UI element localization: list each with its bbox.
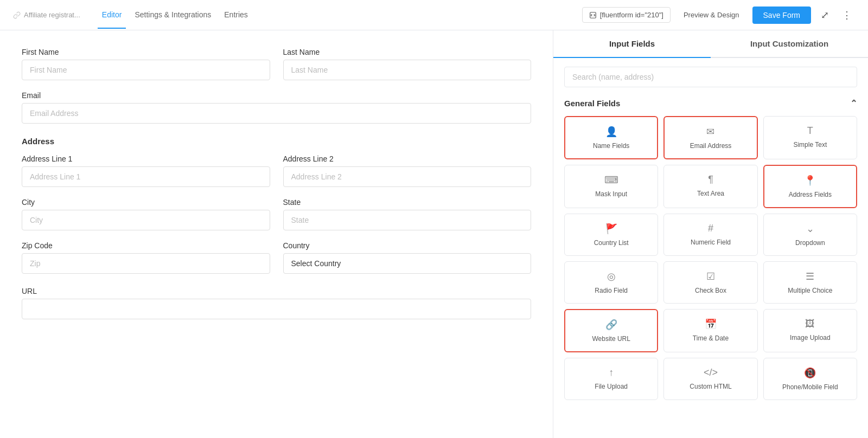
- email-address-label: Email Address: [690, 142, 732, 150]
- fields-grid: 👤Name Fields✉Email AddressTSimple Text⌨M…: [564, 116, 857, 400]
- zip-group: Zip Code: [22, 241, 270, 274]
- tab-settings[interactable]: Settings & Integrations: [130, 2, 215, 29]
- phone-mobile-icon: 📵: [804, 367, 816, 379]
- last-name-group: Last Name: [283, 48, 532, 80]
- tab-editor[interactable]: Editor: [98, 2, 126, 29]
- file-upload-icon: ↑: [609, 367, 614, 378]
- first-name-label: First Name: [22, 48, 270, 56]
- address-line2-input[interactable]: [283, 166, 532, 187]
- field-card-name-fields[interactable]: 👤Name Fields: [564, 116, 658, 159]
- field-card-text-area[interactable]: ¶Text Area: [663, 165, 757, 208]
- field-card-image-upload[interactable]: 🖼Image Upload: [763, 309, 857, 352]
- tab-input-fields[interactable]: Input Fields: [553, 30, 711, 58]
- field-card-file-upload[interactable]: ↑File Upload: [564, 358, 658, 400]
- address-fields-label: Address Fields: [789, 191, 832, 198]
- dropdown-label: Dropdown: [795, 239, 825, 247]
- last-name-label: Last Name: [283, 48, 532, 56]
- file-upload-label: File Upload: [595, 383, 628, 390]
- search-wrap: [564, 67, 857, 87]
- dropdown-icon: ⌄: [806, 223, 814, 235]
- custom-html-label: Custom HTML: [690, 383, 731, 390]
- fullscreen-button[interactable]: ⤢: [818, 6, 832, 24]
- address-line1-group: Address Line 1: [22, 154, 270, 187]
- field-card-multiple-choice[interactable]: ☰Multiple Choice: [763, 261, 857, 304]
- image-upload-icon: 🖼: [805, 318, 815, 330]
- simple-text-label: Simple Text: [793, 141, 827, 149]
- first-name-group: First Name: [22, 48, 270, 80]
- tab-entries[interactable]: Entries: [220, 2, 252, 29]
- search-input[interactable]: [564, 67, 857, 87]
- name-row: First Name Last Name: [22, 48, 531, 80]
- multiple-choice-label: Multiple Choice: [788, 287, 832, 294]
- name-fields-icon: 👤: [605, 126, 617, 138]
- url-label: URL: [22, 287, 531, 295]
- country-input[interactable]: [283, 253, 532, 274]
- mask-input-label: Mask Input: [595, 190, 627, 198]
- nav-tabs: Editor Settings & Integrations Entries: [98, 2, 252, 29]
- field-card-dropdown[interactable]: ⌄Dropdown: [763, 214, 857, 256]
- address-line2-group: Address Line 2: [283, 154, 532, 187]
- city-input[interactable]: [22, 210, 270, 230]
- save-form-button[interactable]: Save Form: [752, 7, 811, 24]
- zip-country-row: Zip Code Country: [22, 241, 531, 274]
- state-label: State: [283, 198, 532, 207]
- preview-design-button[interactable]: Preview & Design: [677, 8, 746, 22]
- name-fields-label: Name Fields: [593, 142, 629, 150]
- last-name-input[interactable]: [283, 60, 532, 80]
- simple-text-icon: T: [807, 125, 813, 137]
- field-card-address-fields[interactable]: 📍Address Fields: [763, 165, 857, 208]
- field-card-website-url[interactable]: 🔗Website URL: [564, 309, 658, 352]
- radio-field-label: Radio Field: [595, 287, 628, 294]
- state-group: State: [283, 198, 532, 230]
- country-list-label: Country List: [594, 239, 629, 247]
- text-area-icon: ¶: [708, 174, 713, 185]
- nav-right: [fluentform id="210"] Preview & Design S…: [582, 6, 855, 24]
- field-card-country-list[interactable]: 🚩Country List: [564, 214, 658, 256]
- state-input[interactable]: [283, 210, 532, 230]
- field-card-email-address[interactable]: ✉Email Address: [663, 116, 757, 159]
- first-name-input[interactable]: [22, 60, 270, 80]
- field-card-mask-input[interactable]: ⌨Mask Input: [564, 165, 658, 208]
- field-card-numeric-field[interactable]: #Numeric Field: [663, 214, 757, 256]
- zip-input[interactable]: [22, 253, 270, 274]
- tab-input-customization[interactable]: Input Customization: [711, 30, 868, 58]
- field-card-time-date[interactable]: 📅Time & Date: [663, 309, 757, 352]
- shortcode-button[interactable]: [fluentform id="210"]: [582, 7, 671, 23]
- text-area-label: Text Area: [697, 190, 724, 197]
- url-input[interactable]: [22, 299, 531, 319]
- panel-tabs: Input Fields Input Customization: [553, 30, 868, 58]
- country-list-icon: 🚩: [605, 223, 617, 235]
- chevron-up-icon[interactable]: ⌃: [850, 98, 857, 108]
- address-lines-row: Address Line 1 Address Line 2: [22, 154, 531, 187]
- general-fields-title: General Fields ⌃: [564, 98, 857, 108]
- url-group: URL: [22, 287, 531, 319]
- website-url-label: Website URL: [592, 335, 630, 343]
- city-group: City: [22, 198, 270, 230]
- field-card-simple-text[interactable]: TSimple Text: [763, 116, 857, 159]
- email-address-icon: ✉: [706, 126, 714, 138]
- time-date-label: Time & Date: [693, 334, 729, 342]
- field-card-check-box[interactable]: ☑Check Box: [663, 261, 757, 304]
- image-upload-label: Image Upload: [790, 334, 831, 342]
- nav-brand: Affiliate registrat...: [13, 11, 80, 19]
- radio-field-icon: ◎: [607, 270, 616, 282]
- field-card-radio-field[interactable]: ◎Radio Field: [564, 261, 658, 304]
- more-options-button[interactable]: ⋮: [839, 6, 855, 24]
- website-url-icon: 🔗: [605, 319, 617, 331]
- numeric-field-label: Numeric Field: [691, 239, 731, 246]
- city-label: City: [22, 198, 270, 207]
- address-line1-label: Address Line 1: [22, 154, 270, 163]
- field-card-phone-mobile[interactable]: 📵Phone/Mobile Field: [763, 358, 857, 400]
- field-card-custom-html[interactable]: </>Custom HTML: [663, 358, 757, 400]
- address-fields-icon: 📍: [804, 175, 816, 186]
- check-box-icon: ☑: [706, 270, 715, 282]
- address-line2-label: Address Line 2: [283, 154, 532, 163]
- mask-input-icon: ⌨: [604, 174, 618, 186]
- address-section-label: Address: [22, 137, 531, 146]
- address-line1-input[interactable]: [22, 166, 270, 187]
- check-box-label: Check Box: [695, 287, 726, 294]
- custom-html-icon: </>: [704, 367, 718, 378]
- time-date-icon: 📅: [705, 318, 717, 330]
- country-group: Country: [283, 241, 532, 274]
- email-input[interactable]: [22, 103, 531, 124]
